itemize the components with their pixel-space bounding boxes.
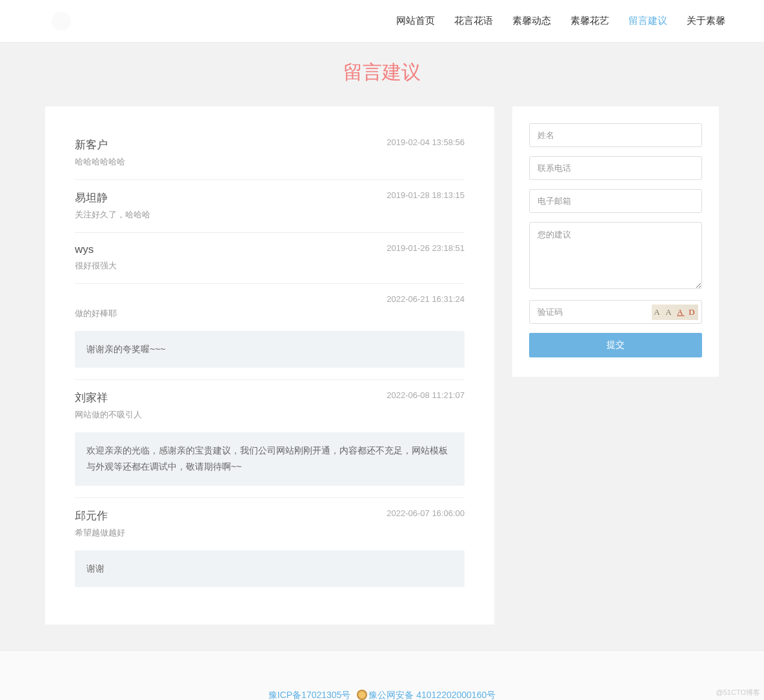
comment-author: 邱元作	[75, 508, 108, 523]
comment-author: 刘家祥	[75, 390, 108, 405]
nav-item-about[interactable]: 关于素馨	[687, 15, 725, 27]
comment-author: wys	[75, 243, 94, 256]
comment-time: 2019-01-26 23:18:51	[387, 243, 465, 253]
flower-icon	[55, 15, 67, 27]
comment-item: 新客户 2019-02-04 13:58:56 哈哈哈哈哈哈	[75, 127, 465, 180]
nav-item-guestbook[interactable]: 留言建议	[628, 15, 667, 27]
phone-input[interactable]	[529, 156, 702, 180]
comment-time: 2022-06-08 11:21:07	[387, 390, 465, 400]
site-footer: 豫ICP备17021305号 豫公网安备 41012202000160号 联系电…	[0, 650, 764, 700]
captcha-char: D	[689, 307, 696, 317]
comment-item: 易坦静 2019-01-28 18:13:15 关注好久了，哈哈哈	[75, 180, 465, 233]
comment-item: 2022-06-21 16:31:24 做的好棒耶 谢谢亲的夸奖喔~~~	[75, 284, 465, 380]
guestbook-form: A A A D 提交	[512, 106, 719, 377]
nav-item-flower-talk[interactable]: 花言花语	[454, 15, 493, 27]
comment-item: wys 2019-01-26 23:18:51 很好很强大	[75, 233, 465, 284]
comment-time: 2022-06-21 16:31:24	[387, 294, 465, 304]
name-input[interactable]	[529, 123, 702, 147]
main-nav: 网站首页 花言花语 素馨动态 素馨花艺 留言建议 关于素馨	[396, 15, 725, 27]
comment-author: 新客户	[75, 137, 108, 152]
comment-item: 邱元作 2022-06-07 16:06:00 希望越做越好 谢谢	[75, 498, 465, 599]
comment-body: 很好很强大	[75, 260, 465, 272]
captcha-char: A	[677, 307, 684, 317]
comments-panel: 新客户 2019-02-04 13:58:56 哈哈哈哈哈哈 易坦静 2019-…	[45, 106, 494, 625]
comment-time: 2019-02-04 13:58:56	[387, 137, 465, 147]
nav-item-home[interactable]: 网站首页	[396, 15, 435, 27]
comment-body: 做的好棒耶	[75, 308, 465, 319]
comment-reply: 欢迎亲亲的光临，感谢亲的宝贵建议，我们公司网站刚刚开通，内容都还不充足，网站模板…	[75, 432, 465, 485]
comment-author: 易坦静	[75, 190, 108, 205]
comment-reply: 谢谢亲的夸奖喔~~~	[75, 331, 465, 368]
page-subtitle	[0, 91, 764, 106]
captcha-char: A	[665, 307, 672, 317]
comment-body: 网站做的不吸引人	[75, 409, 465, 421]
nav-item-news[interactable]: 素馨动态	[512, 15, 551, 27]
comment-time: 2022-06-07 16:06:00	[387, 508, 465, 518]
comment-reply: 谢谢	[75, 550, 465, 587]
submit-button[interactable]: 提交	[529, 333, 702, 357]
captcha-char: A	[654, 307, 661, 317]
message-textarea[interactable]	[529, 222, 702, 289]
nav-item-art[interactable]: 素馨花艺	[570, 15, 609, 27]
comment-body: 关注好久了，哈哈哈	[75, 209, 465, 221]
beian-link[interactable]: 豫公网安备 41012202000160号	[368, 690, 496, 700]
comment-body: 哈哈哈哈哈哈	[75, 156, 465, 168]
email-input[interactable]	[529, 189, 702, 213]
svg-point-0	[60, 19, 63, 23]
captcha-image[interactable]: A A A D	[652, 305, 698, 320]
top-navbar: 网站首页 花言花语 素馨动态 素馨花艺 留言建议 关于素馨	[0, 0, 764, 43]
icp-link[interactable]: 豫ICP备17021305号	[268, 690, 351, 700]
beian-icon	[357, 690, 367, 700]
comment-item: 刘家祥 2022-06-08 11:21:07 网站做的不吸引人 欢迎亲亲的光临…	[75, 380, 465, 497]
site-logo[interactable]	[52, 12, 71, 31]
page-title: 留言建议	[0, 43, 764, 91]
comment-body: 希望越做越好	[75, 527, 465, 539]
comment-time: 2019-01-28 18:13:15	[387, 190, 465, 200]
